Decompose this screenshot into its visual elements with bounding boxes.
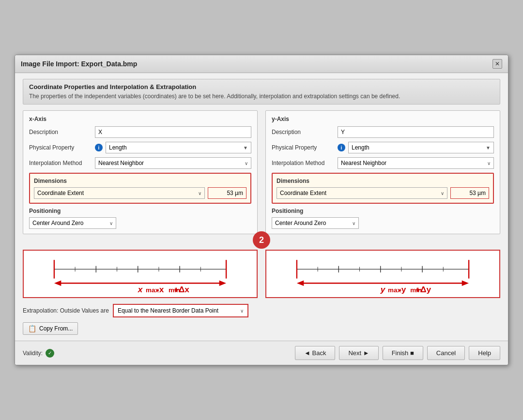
y-coordinate-extent-dropdown[interactable]: Coordinate Extent ∨ <box>277 187 447 199</box>
dialog-title: Image File Import: Export_Data.bmp <box>21 60 137 68</box>
x-diagram-svg: x max -x min +Δx <box>24 251 257 297</box>
x-physical-property-value: Length <box>109 144 127 151</box>
svg-marker-13 <box>54 281 61 286</box>
svg-text:+Δx: +Δx <box>174 285 189 295</box>
x-positioning-arrow: ∨ <box>109 221 113 226</box>
finish-button[interactable]: Finish ■ <box>383 346 423 360</box>
svg-text:x: x <box>138 285 143 295</box>
y-physical-property-arrow: ▼ <box>486 145 491 150</box>
x-interpolation-dropdown[interactable]: Nearest Neighbor ∨ <box>95 157 251 169</box>
y-dimensions-title: Dimensions <box>277 178 489 184</box>
x-coordinate-extent-row: Coordinate Extent ∨ <box>34 187 246 199</box>
footer-buttons: ◄ Back Next ► Finish ■ Cancel Help <box>295 346 500 360</box>
y-interpolation-dropdown[interactable]: Nearest Neighbor ∨ <box>338 157 494 169</box>
x-interpolation-arrow: ∨ <box>245 161 248 166</box>
axes-container: x-Axis Description Physical Property i L… <box>23 110 500 234</box>
validity-icon: ✓ <box>46 349 54 358</box>
x-info-icon[interactable]: i <box>95 144 103 151</box>
close-button[interactable]: ✕ <box>492 59 502 69</box>
extrapolation-label: Extrapolation: Outside Values are <box>23 307 109 314</box>
y-positioning-title: Positioning <box>272 208 494 214</box>
copy-from-button[interactable]: 📋 Copy From... <box>23 322 78 335</box>
y-coordinate-extent-row: Coordinate Extent ∨ <box>277 187 489 199</box>
dialog-content: Coordinate Properties and Interpolation … <box>15 73 508 341</box>
y-physical-property-row: Physical Property i Length ▼ <box>272 142 494 153</box>
y-info-icon[interactable]: i <box>338 144 345 151</box>
next-button[interactable]: Next ► <box>339 346 378 360</box>
x-physical-property-row: Physical Property i Length ▼ <box>29 142 251 153</box>
main-dialog: Image File Import: Export_Data.bmp ✕ Coo… <box>15 55 508 366</box>
cancel-button[interactable]: Cancel <box>427 346 465 360</box>
x-physical-property-dropdown[interactable]: Length ▼ <box>106 142 251 153</box>
y-coord-extent-arrow: ∨ <box>441 191 444 196</box>
x-dimensions-title: Dimensions <box>34 178 246 184</box>
extrapolation-arrow: ∨ <box>240 308 244 314</box>
section-description: The properties of the independent variab… <box>29 92 494 101</box>
y-physical-property-label: Physical Property <box>272 144 335 151</box>
y-positioning-arrow: ∨ <box>352 221 355 226</box>
y-diagram: y max -y min +Δy <box>265 250 500 298</box>
validity-label: Validity: <box>23 350 43 357</box>
section-title: Coordinate Properties and Interpolation … <box>29 83 494 90</box>
y-physical-property-value: Length <box>352 144 369 151</box>
svg-text:-x: -x <box>156 285 164 295</box>
svg-marker-14 <box>219 281 226 286</box>
y-interpolation-label: Interpolation Method <box>272 160 335 166</box>
y-description-label: Description <box>272 129 335 135</box>
extrapolation-row: Extrapolation: Outside Values are Equal … <box>23 304 500 317</box>
y-coordinate-extent-input[interactable] <box>450 187 489 199</box>
y-interpolation-arrow: ∨ <box>487 161 491 166</box>
y-positioning-section: Positioning Center Around Zero ∨ <box>272 208 494 229</box>
y-description-input[interactable] <box>338 126 494 138</box>
dialog-footer: Validity: ✓ ◄ Back Next ► Finish ■ Cance… <box>15 341 508 365</box>
x-positioning-dropdown[interactable]: Center Around Zero ∨ <box>29 217 116 229</box>
x-positioning-value: Center Around Zero <box>32 220 83 226</box>
validity-section: Validity: ✓ <box>23 349 295 358</box>
x-axis-title: x-Axis <box>29 116 251 122</box>
y-positioning-dropdown[interactable]: Center Around Zero ∨ <box>272 217 359 229</box>
y-axis-title: y-Axis <box>272 116 494 122</box>
y-physical-property-dropdown[interactable]: Length ▼ <box>348 142 494 153</box>
copy-label: Copy From... <box>39 325 73 332</box>
x-coordinate-extent-input[interactable] <box>208 187 246 199</box>
y-coordinate-extent-label: Coordinate Extent <box>280 190 326 196</box>
svg-marker-34 <box>462 281 469 286</box>
y-interpolation-row: Interpolation Method Nearest Neighbor ∨ <box>272 157 494 169</box>
diagrams-section: 2 <box>23 240 500 298</box>
svg-text:+Δy: +Δy <box>415 285 431 295</box>
x-description-input[interactable] <box>95 126 251 138</box>
x-diagram: x max -x min +Δx <box>23 250 258 298</box>
y-interpolation-value: Nearest Neighbor <box>341 160 386 166</box>
help-button[interactable]: Help <box>469 346 500 360</box>
svg-marker-33 <box>297 281 304 286</box>
x-physical-property-label: Physical Property <box>29 144 92 151</box>
y-description-row: Description <box>272 126 494 138</box>
diagrams-row: x max -x min +Δx <box>23 250 500 298</box>
extrapolation-value: Equal to the Nearest Border Data Point <box>118 307 218 314</box>
title-bar: Image File Import: Export_Data.bmp ✕ <box>15 55 508 73</box>
x-coordinate-extent-dropdown[interactable]: Coordinate Extent ∨ <box>34 187 205 199</box>
svg-text:y: y <box>380 285 386 295</box>
x-coordinate-extent-label: Coordinate Extent <box>37 190 84 196</box>
y-diagram-svg: y max -y min +Δy <box>266 251 499 297</box>
x-interpolation-value: Nearest Neighbor <box>98 160 144 166</box>
y-axis-panel: y-Axis Description Physical Property i L… <box>265 110 500 234</box>
copy-icon: 📋 <box>28 325 36 332</box>
x-interpolation-label: Interpolation Method <box>29 160 92 166</box>
x-positioning-section: Positioning Center Around Zero ∨ <box>29 208 251 229</box>
x-description-label: Description <box>29 129 92 135</box>
step-badge: 2 <box>253 231 270 249</box>
y-positioning-value: Center Around Zero <box>275 220 326 226</box>
extrapolation-dropdown[interactable]: Equal to the Nearest Border Data Point ∨ <box>113 304 248 317</box>
x-coord-extent-arrow: ∨ <box>198 191 201 196</box>
x-axis-panel: x-Axis Description Physical Property i L… <box>23 110 258 234</box>
back-button[interactable]: ◄ Back <box>295 346 335 360</box>
x-positioning-title: Positioning <box>29 208 251 214</box>
x-interpolation-row: Interpolation Method Nearest Neighbor ∨ <box>29 157 251 169</box>
x-dimensions-box: Dimensions Coordinate Extent ∨ <box>29 173 251 204</box>
x-description-row: Description <box>29 126 251 138</box>
x-physical-property-arrow: ▼ <box>243 145 248 150</box>
svg-text:-y: -y <box>399 285 406 295</box>
y-dimensions-box: Dimensions Coordinate Extent ∨ <box>272 173 494 204</box>
section-header: Coordinate Properties and Interpolation … <box>23 79 500 105</box>
